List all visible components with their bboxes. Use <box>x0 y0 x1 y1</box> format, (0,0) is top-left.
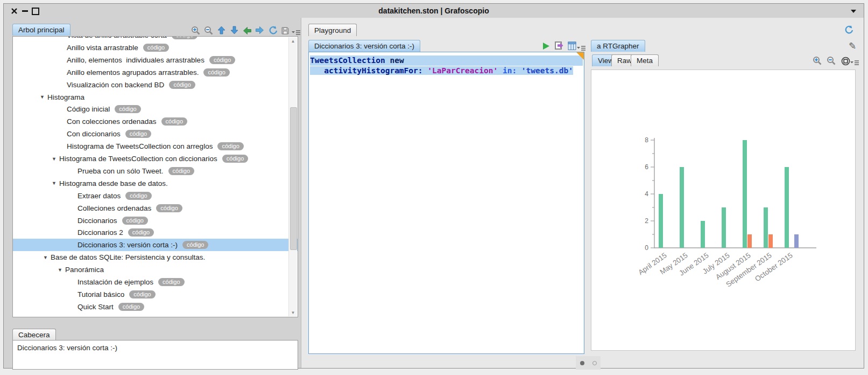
tree-item-label: Histograma <box>47 93 84 101</box>
table-icon[interactable] <box>567 40 577 51</box>
tree-item[interactable]: Diccionarios 3: versión corta :-)código <box>13 239 298 251</box>
save-icon[interactable] <box>280 25 291 36</box>
tab-cabecera[interactable]: Cabecera <box>12 329 56 340</box>
tree-item[interactable]: ▼Base de datos SQLite: Persistencia y co… <box>13 251 298 263</box>
codigo-badge: código <box>217 142 243 150</box>
tree-item[interactable]: Histograma de TweetsCollection con arreg… <box>13 140 298 152</box>
tree-item[interactable]: ▼Histograma desde base de datos. <box>13 177 298 190</box>
tab-arbol-principal[interactable]: Arbol principal <box>12 24 70 36</box>
y-tick-label: 6 <box>645 163 648 171</box>
tree-scrollbar[interactable]: ▲ ▼ <box>288 37 297 316</box>
codigo-badge: código <box>203 68 229 77</box>
tree-item[interactable]: Con colecciones ordenadascódigo <box>13 115 298 128</box>
tree-item[interactable]: Diccionarios 2código <box>13 226 298 239</box>
tree-item-label: Anillo elementos agrupados arrastrables. <box>67 68 199 77</box>
pager-dot-active[interactable] <box>580 361 584 365</box>
tree-item[interactable]: Anillo elementos agrupados arrastrables.… <box>13 66 298 79</box>
tree-item[interactable]: ▼Panorámica <box>13 263 298 276</box>
code-text: TweetsCollection new activityHistogramFo… <box>310 55 583 76</box>
tree-item[interactable]: Prueba con un sólo Tweet.código <box>13 165 298 177</box>
tree-item[interactable]: Instalación de ejemploscódigo <box>13 276 298 288</box>
collapse-arrow-icon[interactable]: ▼ <box>40 94 45 100</box>
refresh-icon[interactable] <box>843 24 854 35</box>
collapse-arrow-icon[interactable]: ▼ <box>43 255 48 260</box>
tree-item[interactable]: ▼Histograma <box>13 91 298 103</box>
tree-item-label: Instalación de ejemplos <box>77 278 153 286</box>
cabecera-text: Diccionarios 3: versión corta :-) <box>13 341 298 355</box>
codigo-badge: código <box>169 81 195 89</box>
play-icon[interactable] <box>540 40 551 51</box>
tree-item[interactable]: Diccionarioscódigo <box>13 214 298 227</box>
tree-item[interactable]: Anillo vista arrastrablecódigo <box>13 41 298 54</box>
tab-label: Cabecera <box>18 331 50 339</box>
move-left-icon[interactable] <box>242 25 252 36</box>
collapse-arrow-icon[interactable]: ▼ <box>52 156 57 162</box>
y-tick-label: 8 <box>645 136 648 144</box>
collapse-arrow-icon[interactable]: ▼ <box>58 267 62 273</box>
playground-region: Playground Diccionarios 3: versión corta… <box>301 18 864 368</box>
tree-item-label: Diccionarios 3: versión corta :-) <box>77 241 178 249</box>
tab-page-diccionarios3[interactable]: Diccionarios 3: versión corta :-) <box>308 40 420 52</box>
tree-item[interactable]: Extraer datoscódigo <box>13 190 298 202</box>
tree-item[interactable]: Tutorial básicocódigo <box>13 288 298 301</box>
code-line: activityHistogramFor: 'LaParCreacion' in… <box>310 66 583 76</box>
tree-item[interactable]: ▼Histograma de TweetsCollection con dicc… <box>13 152 298 165</box>
scrollbar-thumb[interactable] <box>290 107 297 250</box>
tree-item[interactable]: Colleciones ordenadascódigo <box>13 202 298 214</box>
refresh-icon[interactable] <box>267 25 278 36</box>
pager-dot[interactable] <box>592 361 597 365</box>
bar-series-orange <box>768 234 773 248</box>
y-tick-label: 0 <box>645 244 648 252</box>
window-menu-icon[interactable] <box>851 10 856 13</box>
codigo-badge: código <box>115 105 140 113</box>
codigo-badge: código <box>122 217 148 225</box>
scroll-up-icon[interactable]: ▲ <box>289 37 297 45</box>
tree-item[interactable]: Anillo, elementos individuales arrastrab… <box>13 54 298 66</box>
move-up-icon[interactable] <box>216 25 227 36</box>
publish-icon[interactable] <box>554 40 564 51</box>
tree-item-label: Anillo vista arrastrable <box>67 44 138 52</box>
zoom-out-icon[interactable] <box>203 25 214 36</box>
menu-icon[interactable] <box>850 57 859 68</box>
tree-item[interactable]: Visualización con backend BDcódigo <box>13 79 298 91</box>
tree-item-label: Diccionarios <box>77 217 117 225</box>
tab-meta[interactable]: Meta <box>631 54 659 66</box>
move-right-icon[interactable] <box>255 25 265 36</box>
tab-playground[interactable]: Playground <box>308 24 357 36</box>
tree-item[interactable]: Vista de anillo arrastrable cortacódigo <box>13 36 298 41</box>
zoom-out-icon[interactable] <box>825 55 836 66</box>
bar-series-green <box>680 167 684 248</box>
tree-item-label: Diccionarios 2 <box>77 228 123 237</box>
scroll-down-icon[interactable]: ▼ <box>289 309 297 316</box>
code-editor[interactable]: TweetsCollection new activityHistogramFo… <box>308 52 584 354</box>
tab-label: a RTGrapher <box>597 42 639 50</box>
tree-item-label: Histograma de TweetsCollection con arreg… <box>67 142 213 150</box>
tab-label: Meta <box>637 57 653 65</box>
tree-item-label: Panorámica <box>65 266 104 274</box>
pencil-icon[interactable]: ✎ <box>847 40 858 51</box>
codigo-badge: código <box>172 36 197 39</box>
tree-panel: Vista de anillo arrastrable cortacódigoA… <box>12 36 298 317</box>
tree-item[interactable]: Código inicialcódigo <box>13 103 298 115</box>
bar-series-green <box>659 194 663 248</box>
bar-series-green <box>785 167 789 248</box>
move-down-icon[interactable] <box>229 25 239 36</box>
tree-item-label: Histograma de TweetsCollection con dicci… <box>59 155 217 163</box>
zoom-in-icon[interactable] <box>190 25 201 36</box>
app-window: datakitchen.ston | Grafoscopio Arbol pri… <box>3 3 864 369</box>
tab-rtgrapher[interactable]: a RTGrapher <box>591 40 645 52</box>
tree-item-label: Visualización con backend BD <box>67 81 164 89</box>
tree-item[interactable]: Con diccionarioscódigo <box>13 128 298 140</box>
y-tick-label: 4 <box>645 190 648 198</box>
tree-item-label: Extraer datos <box>77 192 121 200</box>
zoom-in-icon[interactable] <box>811 55 822 66</box>
tree-item[interactable]: Quick Startcódigo <box>13 301 298 313</box>
codigo-badge: código <box>209 56 235 64</box>
reset-view-icon[interactable] <box>840 55 851 66</box>
collapse-arrow-icon[interactable]: ▼ <box>52 180 57 186</box>
tab-label: Playground <box>314 26 351 34</box>
cabecera-panel[interactable]: Diccionarios 3: versión corta :-) <box>12 340 298 370</box>
bar-series-green <box>701 221 705 248</box>
codigo-badge: código <box>156 204 182 212</box>
editor-corner-marker[interactable] <box>576 52 584 60</box>
